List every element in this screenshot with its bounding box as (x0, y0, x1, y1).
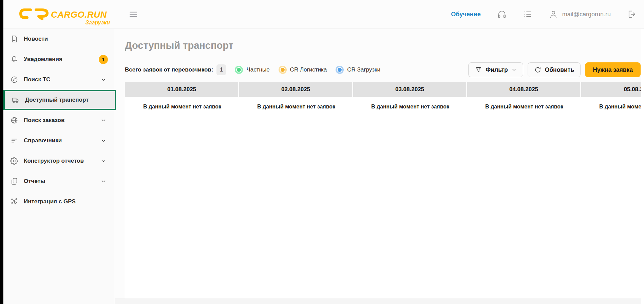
page-scrollbar[interactable] (641, 29, 644, 304)
sidebar-item-label: Новости (24, 36, 48, 42)
sidebar-item-reports[interactable]: Отчеты (3, 171, 114, 191)
cargo-run-logo-icon (19, 8, 49, 20)
funnel-icon (475, 66, 482, 74)
user-menu[interactable]: mail@cargorun.ru (549, 9, 611, 19)
table-header-row: 01.08.2025 02.08.2025 03.08.2025 04.08.2… (125, 82, 641, 97)
sidebar-nav: Новости Уведомления 1 Поиск ТС (3, 29, 114, 304)
refresh-button-label: Обновить (545, 66, 574, 74)
filter-button-label: Фильтр (486, 66, 508, 74)
logout-icon[interactable] (627, 9, 637, 19)
sidebar-item-label: Поиск заказов (24, 117, 64, 124)
page-title: Доступный транспорт (125, 40, 233, 51)
table-body-row: В данный момент нет заявок В данный моме… (125, 97, 641, 110)
copy-icon (10, 177, 18, 185)
sidebar-item-available-transport[interactable]: Доступный транспорт (3, 90, 116, 110)
user-email: mail@cargorun.ru (562, 11, 611, 18)
sidebar-item-label: Отчеты (24, 178, 45, 185)
chevron-down-icon (100, 77, 107, 83)
lines-icon (10, 137, 18, 145)
user-icon (549, 9, 558, 19)
headphones-icon[interactable] (497, 9, 507, 19)
sidebar-item-label: Конструктор отчетов (24, 158, 84, 164)
training-link[interactable]: Обучение (451, 11, 480, 18)
gear-icon (10, 157, 18, 165)
sidebar-item-label: Доступный транспорт (25, 97, 89, 103)
table-column-header: 03.08.2025 (353, 82, 467, 97)
sidebar-item-search-orders[interactable]: Поиск заказов (3, 110, 114, 130)
logo[interactable]: CARGO.RUN Загрузки (16, 5, 105, 24)
notifications-badge: 1 (99, 55, 108, 64)
legend-label: CR Логистика (290, 66, 327, 73)
gps-icon (10, 198, 18, 206)
table-column-header: 01.08.2025 (125, 82, 239, 97)
app-window: CARGO.RUN Загрузки Обучение (0, 0, 644, 304)
chevron-down-icon (511, 67, 517, 73)
bell-icon (10, 55, 18, 63)
sidebar-item-news[interactable]: Новости (3, 29, 114, 49)
empty-requests-cell: В данный момент нет заявок (239, 97, 353, 110)
left-black-edge (0, 0, 3, 304)
sidebar-item-label: Поиск ТС (24, 76, 50, 83)
sidebar-item-report-builder[interactable]: Конструктор отчетов (3, 151, 114, 171)
refresh-icon (534, 66, 542, 74)
requests-summary: Всего заявок от перевозчиков: 1 Частные … (125, 64, 380, 75)
sidebar-item-notifications[interactable]: Уведомления 1 (3, 49, 114, 69)
empty-requests-cell: В данный момент нет заявок (125, 97, 239, 110)
legend-dot-blue (336, 66, 344, 74)
total-requests-label: Всего заявок от перевозчиков: (125, 66, 213, 73)
legend-item-private: Частные (235, 66, 269, 74)
sidebar-item-gps-integration[interactable]: Интеграция с GPS (3, 191, 114, 212)
list-icon[interactable] (523, 9, 532, 19)
sidebar-item-label: Уведомления (24, 56, 62, 63)
empty-requests-cell: В данный момент нет заявок (467, 97, 581, 110)
compass-icon (10, 76, 18, 84)
need-request-button-label: Нужна заявка (593, 66, 633, 74)
legend-item-cr-loads: CR Загрузки (336, 66, 380, 74)
empty-requests-cell: В данный момент нет заявок (581, 97, 641, 110)
legend-dot-green (235, 66, 243, 74)
table-column-header: 02.08.2025 (239, 82, 353, 97)
refresh-button[interactable]: Обновить (528, 62, 581, 77)
transport-calendar-table: 01.08.2025 02.08.2025 03.08.2025 04.08.2… (125, 82, 641, 298)
news-icon (10, 35, 18, 43)
need-request-button[interactable]: Нужна заявка (585, 62, 641, 77)
table-column-header: 04.08.2025 (467, 82, 581, 97)
chevron-down-icon (100, 138, 107, 144)
legend-dot-yellow (279, 66, 287, 74)
chevron-down-icon (100, 117, 107, 123)
page-bottom-strip (115, 298, 644, 304)
hamburger-icon[interactable] (128, 9, 138, 19)
legend-label: CR Загрузки (347, 66, 380, 73)
chevron-down-icon (100, 178, 107, 184)
legend-label: Частные (246, 66, 269, 73)
empty-requests-cell: В данный момент нет заявок (353, 97, 467, 110)
sidebar-item-label: Интеграция с GPS (24, 198, 76, 205)
filter-button[interactable]: Фильтр (468, 62, 523, 77)
top-header: CARGO.RUN Загрузки Обучение (3, 0, 644, 28)
globe-icon (10, 116, 18, 124)
table-column-header: 05.08.2025 (581, 82, 641, 97)
logo-subtitle: Загрузки (16, 20, 110, 26)
sidebar-item-directories[interactable]: Справочники (3, 130, 114, 151)
total-requests-count: 1 (216, 64, 226, 75)
main-content: Доступный транспорт Всего заявок от пере… (115, 29, 644, 304)
sidebar-item-label: Справочники (24, 137, 62, 144)
truck-icon (12, 96, 20, 104)
header-right-cluster: Обучение (451, 0, 637, 28)
toolbar-row: Всего заявок от перевозчиков: 1 Частные … (125, 62, 641, 78)
logo-title: CARGO.RUN (51, 9, 107, 20)
legend-item-cr-logistics: CR Логистика (279, 66, 327, 74)
sidebar-item-search-vehicles[interactable]: Поиск ТС (3, 69, 114, 90)
chevron-down-icon (100, 158, 107, 164)
action-buttons: Фильтр Обновить Нужна заявка (468, 62, 641, 77)
